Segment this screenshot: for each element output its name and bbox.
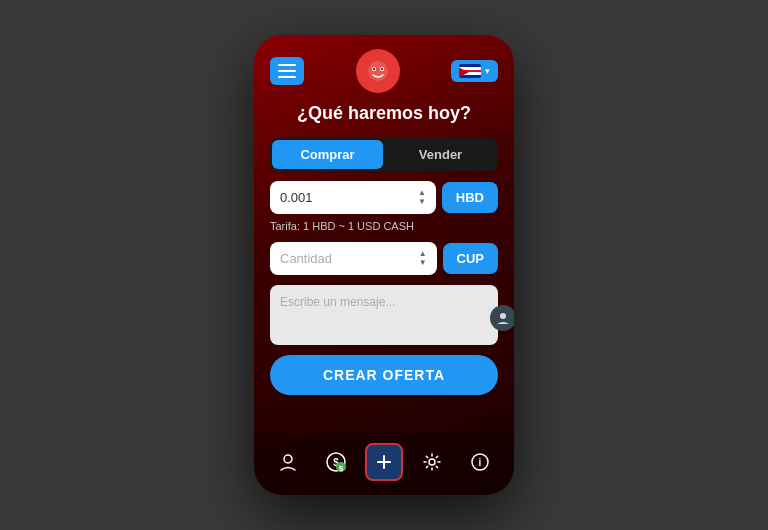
nav-settings[interactable] (413, 443, 451, 481)
nav-profile[interactable] (269, 443, 307, 481)
header: ▾ (254, 35, 514, 103)
buy-sell-tabs: Comprar Vender (270, 138, 498, 171)
svg-point-4 (373, 68, 375, 70)
stepper-up-icon[interactable]: ▲ (418, 189, 426, 197)
cantidad-row: Cantidad ▲ ▼ CUP (270, 242, 498, 275)
svg-point-5 (381, 68, 383, 70)
flag-icon (459, 64, 481, 78)
svg-point-14 (429, 459, 435, 465)
svg-point-7 (284, 455, 292, 463)
message-input[interactable] (270, 285, 498, 345)
main-content: ¿Qué haremos hoy? Comprar Vender ▲ ▼ HBD… (254, 103, 514, 433)
hbd-currency-button[interactable]: HBD (442, 182, 498, 213)
svg-point-6 (500, 313, 506, 319)
tab-buy[interactable]: Comprar (272, 140, 383, 169)
menu-button[interactable] (270, 57, 304, 85)
amount-row: ▲ ▼ HBD (270, 181, 498, 214)
phone-frame: ▾ ¿Qué haremos hoy? Comprar Vender ▲ ▼ H… (254, 35, 514, 495)
cup-currency-button[interactable]: CUP (443, 243, 498, 274)
cantidad-select[interactable]: Cantidad (280, 251, 415, 266)
cantidad-stepper-up-icon[interactable]: ▲ (419, 250, 427, 258)
amount-input-wrapper[interactable]: ▲ ▼ (270, 181, 436, 214)
language-button[interactable]: ▾ (451, 60, 498, 82)
page-title: ¿Qué haremos hoy? (270, 103, 498, 124)
nav-exchange[interactable]: $ $ (317, 443, 355, 481)
crear-oferta-button[interactable]: CREAR OFERTA (270, 355, 498, 395)
stepper-down-icon[interactable]: ▼ (418, 198, 426, 206)
logo (356, 49, 400, 93)
tarifa-label: Tarifa: 1 HBD ~ 1 USD CASH (270, 220, 498, 232)
chevron-down-icon: ▾ (485, 66, 490, 76)
amount-stepper[interactable]: ▲ ▼ (418, 189, 426, 206)
tab-sell[interactable]: Vender (385, 140, 496, 169)
amount-input[interactable] (280, 190, 414, 205)
svg-text:i: i (479, 457, 482, 468)
svg-point-1 (368, 61, 388, 81)
cantidad-stepper-down-icon[interactable]: ▼ (419, 259, 427, 267)
nav-create[interactable] (365, 443, 403, 481)
bottom-navigation: $ $ i (254, 433, 514, 495)
nav-info[interactable]: i (461, 443, 499, 481)
cantidad-select-wrapper[interactable]: Cantidad ▲ ▼ (270, 242, 437, 275)
svg-text:$: $ (339, 464, 344, 473)
floating-avatar (490, 305, 514, 331)
svg-rect-13 (377, 461, 391, 463)
cantidad-stepper[interactable]: ▲ ▼ (419, 250, 427, 267)
